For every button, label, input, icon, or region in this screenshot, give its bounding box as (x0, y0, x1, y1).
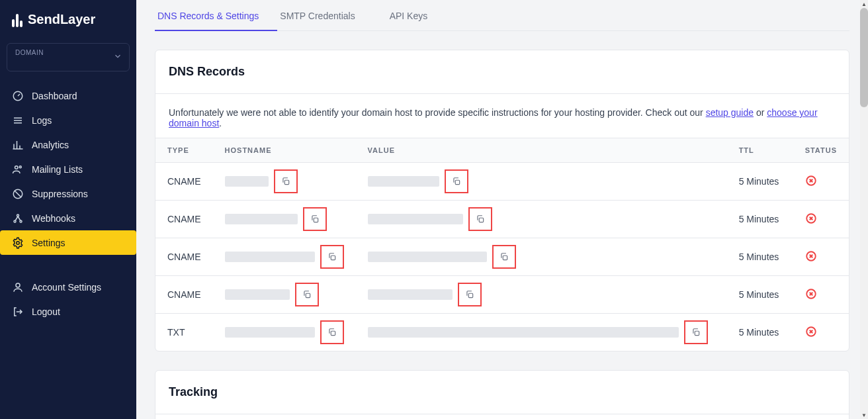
tracking-title: Tracking (155, 371, 849, 414)
copy-value-button[interactable] (496, 249, 512, 265)
svg-rect-13 (284, 180, 288, 184)
dns-intro-text: Unfortunately we were not able to identi… (169, 107, 706, 118)
sidebar-item-analytics[interactable]: Analytics (0, 132, 136, 157)
dns-record-row: CNAME5 Minutes (155, 163, 849, 201)
sidebar-item-dashboard[interactable]: Dashboard (0, 83, 136, 108)
ban-icon (12, 188, 24, 200)
svg-rect-14 (455, 180, 459, 184)
tab-dns[interactable]: DNS Records & Settings (155, 0, 277, 30)
record-hostname (225, 214, 298, 224)
svg-point-9 (20, 220, 22, 222)
copy-highlight (445, 169, 468, 193)
copy-hostname-button[interactable] (324, 249, 340, 265)
copy-highlight (274, 169, 298, 193)
status-error-icon (805, 175, 817, 187)
copy-highlight (458, 283, 482, 306)
svg-point-12 (16, 283, 20, 287)
svg-rect-29 (468, 293, 472, 297)
copy-hostname-button[interactable] (278, 173, 294, 189)
record-ttl: 5 Minutes (727, 163, 793, 201)
col-status: STATUS (793, 138, 849, 163)
scroll-up-icon[interactable]: ▲ (860, 0, 868, 8)
sidebar-item-label: Analytics (32, 140, 69, 150)
chart-bar-icon (12, 139, 24, 151)
svg-rect-33 (331, 331, 335, 335)
sidebar-item-mailing-lists[interactable]: Mailing Lists (0, 157, 136, 181)
scroll-thumb[interactable] (860, 8, 868, 107)
svg-point-10 (17, 214, 19, 216)
dns-record-row: CNAME5 Minutes (155, 238, 849, 276)
svg-rect-28 (306, 293, 310, 297)
copy-value-button[interactable] (472, 211, 488, 227)
svg-point-4 (15, 165, 19, 169)
copy-hostname-button[interactable] (299, 287, 315, 303)
copy-value-button[interactable] (462, 287, 478, 303)
copy-hostname-button[interactable] (307, 211, 323, 227)
record-hostname (225, 289, 290, 300)
record-ttl: 5 Minutes (727, 276, 793, 314)
col-value: VALUE (356, 138, 727, 163)
domain-selector-value (15, 56, 121, 66)
tab-smtp[interactable]: SMTP Credentials (277, 0, 368, 30)
settings-tabs: DNS Records & Settings SMTP Credentials … (155, 0, 849, 31)
record-type: CNAME (155, 238, 213, 276)
record-value (368, 176, 439, 187)
copy-hostname-button[interactable] (324, 324, 340, 340)
copy-highlight (492, 245, 516, 269)
record-value (368, 327, 679, 338)
record-type: CNAME (155, 163, 213, 201)
brand-logo: SendLayer (0, 12, 136, 39)
record-value (368, 214, 463, 224)
svg-rect-23 (331, 256, 335, 259)
domain-selector-label: DOMAIN (15, 49, 121, 56)
sidebar-item-suppressions[interactable]: Suppressions (0, 181, 136, 206)
sidebar-item-label: Dashboard (32, 91, 77, 101)
svg-rect-19 (479, 218, 483, 222)
svg-point-5 (19, 165, 21, 167)
chevron-down-icon (113, 52, 122, 64)
copy-highlight (320, 245, 344, 269)
svg-rect-24 (503, 256, 507, 259)
sidebar-item-logs[interactable]: Logs (0, 108, 136, 132)
gear-icon (12, 237, 24, 249)
dns-intro-or: or (754, 107, 767, 118)
copy-value-button[interactable] (449, 173, 464, 189)
svg-line-7 (15, 190, 22, 197)
brand-logo-icon (12, 13, 22, 27)
sidebar-item-label: Account Settings (32, 282, 101, 293)
sidebar-item-account-settings[interactable]: Account Settings (0, 275, 136, 299)
record-ttl: 5 Minutes (727, 314, 793, 351)
setup-guide-link[interactable]: setup guide (706, 107, 754, 118)
sidebar-item-settings[interactable]: Settings (0, 230, 136, 255)
gauge-icon (12, 90, 24, 102)
user-icon (12, 281, 24, 293)
svg-rect-18 (314, 218, 318, 222)
dns-record-row: CNAME5 Minutes (155, 201, 849, 238)
users-icon (12, 163, 24, 175)
scroll-down-icon[interactable]: ▼ (860, 411, 868, 419)
vertical-scrollbar[interactable]: ▲ ▼ (860, 0, 868, 419)
record-hostname (225, 176, 269, 187)
dns-records-title: DNS Records (155, 50, 849, 94)
sidebar-item-label: Suppressions (32, 189, 88, 199)
logout-icon (12, 306, 24, 318)
sidebar-item-webhooks[interactable]: Webhooks (0, 206, 136, 230)
copy-value-button[interactable] (688, 324, 704, 340)
sidebar-item-label: Logs (32, 115, 52, 126)
tab-api[interactable]: API Keys (387, 0, 441, 30)
record-value (368, 252, 487, 262)
sidebar-item-label: Logout (32, 306, 60, 317)
list-icon (12, 115, 24, 126)
brand-name: SendLayer (28, 12, 95, 27)
svg-rect-34 (695, 331, 699, 335)
copy-highlight (295, 283, 319, 306)
dns-record-row: CNAME5 Minutes (155, 276, 849, 314)
status-error-icon (805, 288, 817, 300)
webhook-icon (12, 212, 24, 224)
record-ttl: 5 Minutes (727, 201, 793, 238)
sidebar-item-label: Mailing Lists (32, 164, 83, 175)
record-type: CNAME (155, 201, 213, 238)
record-ttl: 5 Minutes (727, 238, 793, 276)
sidebar-item-logout[interactable]: Logout (0, 299, 136, 324)
domain-selector[interactable]: DOMAIN (7, 43, 130, 71)
